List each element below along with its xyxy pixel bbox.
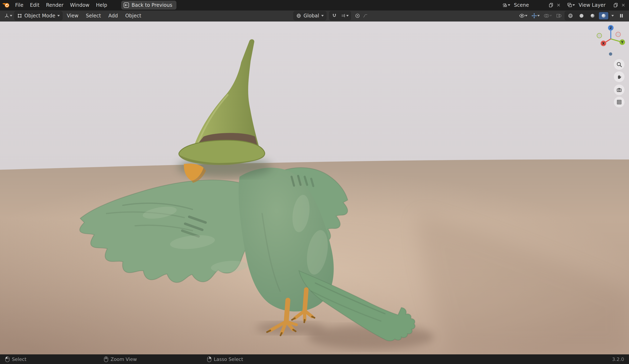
- mode-selector-label: Object Mode: [24, 13, 55, 19]
- mouse-left-icon: [5, 356, 10, 363]
- chevron-down-icon: [537, 15, 540, 16]
- show-overlays-toggle[interactable]: [543, 12, 553, 20]
- menu-view[interactable]: View: [64, 13, 81, 19]
- scene-name-field[interactable]: Scene: [512, 2, 547, 8]
- pause-icon[interactable]: [618, 12, 625, 19]
- orientation-label: Global: [304, 13, 319, 19]
- shading-mode-switch: [565, 11, 609, 20]
- gizmo-minus-y-axis[interactable]: [597, 33, 602, 38]
- blender-logo-icon[interactable]: [0, 0, 12, 10]
- mode-selector[interactable]: Object Mode: [14, 11, 62, 20]
- scene-new-copy-button[interactable]: [548, 2, 554, 8]
- transform-orientation-selector[interactable]: Global: [294, 11, 326, 20]
- viewport-3d[interactable]: Z Y X: [0, 21, 629, 355]
- hint-zoom-view-label: Zoom View: [111, 357, 137, 362]
- gizmo-y-label: Y: [621, 40, 624, 44]
- shading-wireframe-button[interactable]: [566, 12, 575, 19]
- gizmo-x-label: X: [602, 41, 605, 45]
- gizmo-z-label: Z: [610, 26, 612, 30]
- viewport-render: [0, 21, 629, 355]
- snapping-controls: [329, 11, 351, 20]
- show-visibility-dropdown[interactable]: [518, 12, 528, 20]
- chevron-down-icon: [346, 15, 349, 16]
- menu-help[interactable]: Help: [93, 0, 111, 10]
- shading-solid-button[interactable]: [577, 12, 586, 19]
- menu-file[interactable]: File: [12, 0, 27, 10]
- view-layer-new-copy-button[interactable]: [612, 2, 619, 8]
- gizmo-minus-z-axis[interactable]: [609, 52, 612, 56]
- hint-lasso-select-label: Lasso Select: [214, 357, 243, 362]
- back-to-previous-button[interactable]: Back to Previous: [121, 1, 176, 9]
- pan-hand-button[interactable]: [614, 71, 625, 82]
- menu-add[interactable]: Add: [105, 13, 121, 19]
- perspective-toggle-button[interactable]: [614, 97, 625, 108]
- chevron-down-icon: [57, 15, 60, 16]
- blender-version: 3.2.0: [612, 355, 624, 364]
- back-to-previous-label: Back to Previous: [132, 2, 172, 8]
- chevron-down-icon: [508, 4, 510, 6]
- mouse-right-icon: [207, 356, 212, 363]
- chevron-down-icon: [525, 15, 527, 16]
- toggle-xray-button[interactable]: [555, 12, 563, 20]
- view-layer-browse-button[interactable]: [566, 1, 576, 9]
- chevron-down-icon: [10, 15, 12, 16]
- menu-window[interactable]: Window: [67, 0, 93, 10]
- editor-type-button[interactable]: [3, 12, 13, 20]
- chevron-down-icon: [321, 15, 324, 16]
- menu-edit[interactable]: Edit: [27, 0, 43, 10]
- object-mode-icon: [17, 13, 22, 18]
- gizmo-minus-x-axis[interactable]: [616, 32, 621, 37]
- menu-render[interactable]: Render: [43, 0, 67, 10]
- view-layer-remove-button[interactable]: [620, 2, 627, 8]
- topbar: File Edit Render Window Help Back to Pre…: [0, 0, 629, 10]
- back-arrow-icon: [123, 2, 129, 8]
- proportional-falloff-dropdown[interactable]: [362, 12, 369, 19]
- chevron-down-icon: [550, 15, 552, 16]
- mouse-middle-icon: [104, 356, 109, 363]
- menu-object[interactable]: Object: [122, 13, 144, 19]
- shading-rendered-button[interactable]: [599, 12, 608, 19]
- snap-target-dropdown[interactable]: [340, 12, 349, 19]
- show-gizmo-toggle[interactable]: [530, 12, 541, 20]
- scene-unlink-button[interactable]: [555, 2, 562, 8]
- snap-magnet-toggle[interactable]: [331, 12, 338, 19]
- proportional-editing-toggle[interactable]: [354, 12, 361, 19]
- orientation-globe-icon: [296, 13, 302, 18]
- camera-view-button[interactable]: [614, 85, 625, 95]
- chevron-down-icon: [611, 15, 614, 16]
- navigation-gizmo[interactable]: Z Y X: [595, 23, 626, 58]
- viewport-header: Object Mode View Select Add Object Globa…: [0, 10, 629, 21]
- status-bar: Select Zoom View Lasso Select 3.2.0: [0, 354, 629, 364]
- chevron-down-icon: [573, 4, 575, 6]
- scene-selector: Scene: [501, 1, 562, 9]
- shading-material-preview-button[interactable]: [588, 12, 597, 19]
- zoom-button[interactable]: [614, 59, 625, 70]
- view-layer-selector: View Layer: [566, 1, 627, 9]
- hint-select-label: Select: [12, 357, 26, 362]
- view-layer-name-field[interactable]: View Layer: [577, 2, 611, 8]
- menu-select[interactable]: Select: [83, 13, 104, 19]
- scene-browse-button[interactable]: [501, 1, 511, 9]
- proportional-edit-controls: [354, 12, 369, 19]
